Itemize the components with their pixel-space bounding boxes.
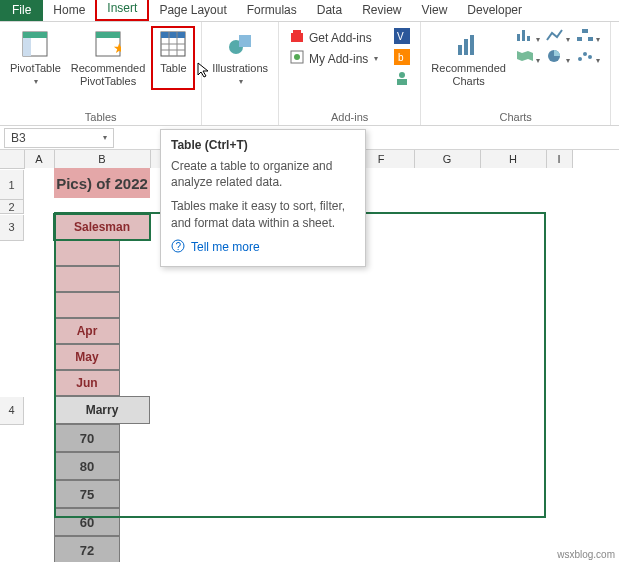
cell-A2[interactable] <box>24 200 54 214</box>
svg-rect-1 <box>23 32 47 38</box>
header-G[interactable]: May <box>54 344 120 370</box>
header-E[interactable] <box>54 292 120 318</box>
svg-point-34 <box>578 57 582 61</box>
recommended-charts-label: Recommended Charts <box>431 62 506 88</box>
svg-rect-26 <box>470 35 474 55</box>
cell-A4[interactable] <box>24 396 54 562</box>
tab-insert[interactable]: Insert <box>95 0 149 21</box>
col-header-H[interactable]: H <box>480 150 546 168</box>
people-addin-button[interactable] <box>394 70 410 89</box>
tab-pagelayout[interactable]: Page Layout <box>149 0 236 21</box>
data-D4[interactable]: 80 <box>54 452 120 480</box>
data-F4[interactable]: 60 <box>54 508 120 536</box>
svg-rect-30 <box>582 29 588 33</box>
svg-rect-23 <box>397 79 407 85</box>
select-all-corner[interactable] <box>0 150 24 168</box>
tooltip-title: Table (Ctrl+T) <box>171 138 355 152</box>
row-header-2[interactable]: 2 <box>0 200 24 214</box>
recommended-pivottables-button[interactable]: ★ Recommended PivotTables <box>67 26 150 90</box>
data-C4[interactable]: 70 <box>54 424 120 452</box>
svg-text:b: b <box>398 52 404 63</box>
svg-rect-27 <box>517 34 520 41</box>
ribbon-group-label-addins: Add-ins <box>331 111 368 123</box>
row-header-3[interactable]: 3 <box>0 215 24 241</box>
header-C[interactable] <box>54 240 120 266</box>
title-cell[interactable]: Pics) of 2022 <box>54 168 150 198</box>
table-label: Table <box>160 62 186 75</box>
svg-rect-29 <box>527 36 530 41</box>
col-header-G[interactable]: G <box>414 150 480 168</box>
svg-rect-14 <box>291 33 303 42</box>
svg-point-35 <box>583 52 587 56</box>
svg-rect-32 <box>588 37 593 41</box>
data-E4[interactable]: 75 <box>54 480 120 508</box>
table-tooltip: Table (Ctrl+T) Create a table to organiz… <box>160 129 366 267</box>
bar-chart-icon[interactable]: ▾ <box>516 28 540 45</box>
ribbon-group-charts: Recommended Charts ▾ ▾ ▾ ▾ ▾ ▾ Charts <box>421 22 611 125</box>
header-B[interactable]: Salesman <box>54 214 150 240</box>
ribbon-group-illustrations: Illustrations ▾ <box>202 22 279 125</box>
row-header-1[interactable]: 1 <box>0 170 24 200</box>
table-button[interactable]: Table <box>151 26 195 90</box>
store-icon <box>289 28 305 47</box>
get-addins-button[interactable]: Get Add-ins <box>289 28 372 47</box>
header-H[interactable]: Jun <box>54 370 120 396</box>
tell-me-more-link[interactable]: ? Tell me more <box>171 239 355 256</box>
cell-H2[interactable] <box>480 200 546 214</box>
svg-point-17 <box>294 54 300 60</box>
tab-view[interactable]: View <box>412 0 458 21</box>
col-header-I[interactable]: I <box>546 150 572 168</box>
name-box[interactable]: B3 ▾ <box>4 128 114 148</box>
help-icon: ? <box>171 239 185 256</box>
cell-I4[interactable] <box>150 396 216 562</box>
hierarchy-chart-icon[interactable]: ▾ <box>576 28 600 45</box>
ribbon-group-tables: PivotTable ▾ ★ Recommended PivotTables T… <box>0 22 202 125</box>
svg-rect-28 <box>522 30 525 41</box>
tell-me-more-label: Tell me more <box>191 240 260 254</box>
cell-A3[interactable] <box>24 214 54 396</box>
col-header-A[interactable]: A <box>24 150 54 168</box>
line-chart-icon[interactable]: ▾ <box>546 28 570 45</box>
illustrations-button[interactable]: Illustrations ▾ <box>208 26 272 90</box>
pie-chart-icon[interactable]: ▾ <box>546 49 570 66</box>
tooltip-body1: Create a table to organize and analyze r… <box>171 158 355 190</box>
addin-icon <box>289 49 305 68</box>
tab-developer[interactable]: Developer <box>457 0 532 21</box>
recommended-pivottables-label: Recommended PivotTables <box>71 62 146 88</box>
tab-data[interactable]: Data <box>307 0 352 21</box>
data-G4[interactable]: 72 <box>54 536 120 562</box>
svg-point-36 <box>588 55 592 59</box>
cell-B2[interactable] <box>54 200 150 214</box>
chevron-down-icon: ▾ <box>239 75 243 88</box>
ribbon-tabs: File Home Insert Page Layout Formulas Da… <box>0 0 619 22</box>
tab-review[interactable]: Review <box>352 0 411 21</box>
tab-formulas[interactable]: Formulas <box>237 0 307 21</box>
recommended-charts-button[interactable]: Recommended Charts <box>427 26 510 90</box>
bing-icon: b <box>394 49 410 68</box>
ribbon-group-label-charts: Charts <box>499 111 531 123</box>
cell-A1[interactable] <box>24 168 54 200</box>
pivottable-icon <box>19 28 51 60</box>
svg-rect-31 <box>577 37 582 41</box>
header-F[interactable]: Apr <box>54 318 120 344</box>
row-header-4[interactable]: 4 <box>0 397 24 425</box>
table-icon <box>157 28 189 60</box>
pivottable-button[interactable]: PivotTable ▾ <box>6 26 65 90</box>
chevron-down-icon: ▾ <box>34 75 38 88</box>
salesman-4[interactable]: Marry <box>54 396 150 424</box>
cell-I2[interactable] <box>546 200 572 214</box>
tab-file[interactable]: File <box>0 0 43 21</box>
cell-G2[interactable] <box>414 200 480 214</box>
map-chart-icon[interactable]: ▾ <box>516 49 540 66</box>
recommended-pivottables-icon: ★ <box>92 28 124 60</box>
svg-rect-15 <box>293 30 301 34</box>
visio-addin-button[interactable]: V <box>394 28 410 47</box>
tab-home[interactable]: Home <box>43 0 95 21</box>
scatter-chart-icon[interactable]: ▾ <box>576 49 600 66</box>
svg-rect-25 <box>464 39 468 55</box>
bing-addin-button[interactable]: b <box>394 49 410 68</box>
header-D[interactable] <box>54 266 120 292</box>
my-addins-button[interactable]: My Add-ins ▾ <box>289 49 378 68</box>
col-header-B[interactable]: B <box>54 150 150 168</box>
svg-rect-4 <box>96 32 120 38</box>
